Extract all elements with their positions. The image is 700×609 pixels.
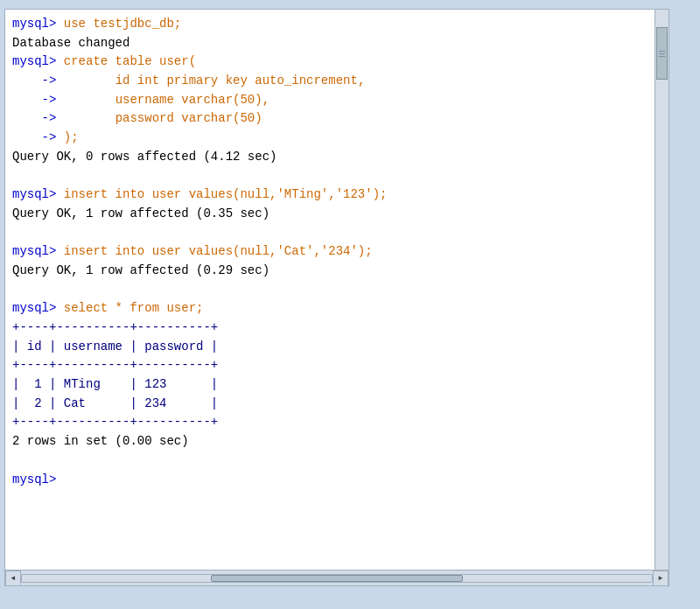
scrollbar-y[interactable] [654, 10, 668, 570]
scrollbar-thumb[interactable] [656, 27, 668, 80]
terminal-body[interactable]: mysql> use testjdbc_db; Database changed… [5, 10, 668, 494]
horizontal-scrollbar-thumb[interactable] [211, 575, 463, 582]
bottom-bar: ◄ ► [5, 570, 668, 585]
scroll-left-arrow[interactable]: ◄ [5, 570, 21, 586]
scroll-right-arrow[interactable]: ► [653, 570, 668, 586]
terminal-window: mysql> use testjdbc_db; Database changed… [4, 9, 669, 586]
horizontal-scrollbar[interactable] [21, 574, 653, 583]
terminal-content: mysql> use testjdbc_db; Database changed… [12, 15, 662, 489]
